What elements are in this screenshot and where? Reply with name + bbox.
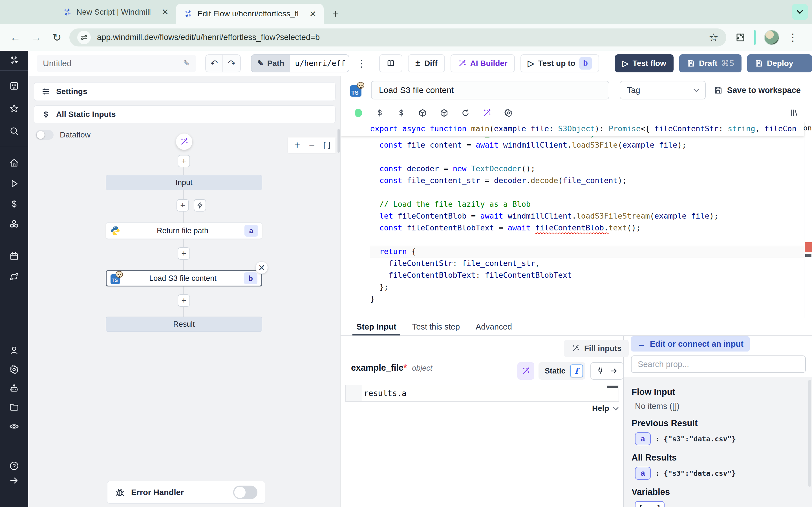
sidebar-item-help[interactable] — [0, 461, 28, 471]
error-handler-card[interactable]: Error Handler — [107, 481, 265, 504]
tab-search-button[interactable] — [792, 4, 808, 20]
new-tab-button[interactable]: + — [327, 6, 343, 22]
ai-builder-button[interactable]: AI Builder — [451, 54, 515, 72]
sidebar-item-search[interactable] — [0, 126, 28, 136]
address-bar[interactable]: app.windmill.dev/flows/edit/u/henri/effo… — [69, 29, 726, 47]
flow-panel-scrollbar[interactable] — [338, 129, 340, 153]
test-flow-button[interactable]: ▷ Test flow — [615, 54, 673, 72]
sidebar-item-users[interactable] — [0, 345, 28, 355]
sidebar-item-settings[interactable] — [0, 364, 28, 375]
variables-badge[interactable]: {...} — [635, 501, 665, 507]
forward-icon[interactable]: → — [28, 31, 45, 43]
input-mode-toggle[interactable]: Static f — [539, 362, 585, 380]
save-to-workspace-button[interactable]: Save to workspace — [714, 86, 801, 95]
code-editor[interactable]: // Load the entire file_content as a Uin… — [341, 122, 812, 318]
flow-settings-button[interactable]: Settings — [34, 82, 336, 101]
sidebar-item-favorites[interactable] — [0, 103, 28, 114]
sidebar-item-audit[interactable] — [0, 421, 28, 432]
tab-advanced[interactable]: Advanced — [476, 318, 512, 335]
browser-tab-inactive[interactable]: New Script | Windmill ✕ — [55, 0, 176, 24]
extensions-puzzle-icon[interactable] — [735, 33, 746, 43]
editor-settings-gear-icon[interactable] — [502, 108, 515, 117]
tag-select[interactable]: Tag — [620, 81, 706, 100]
prop-picker-scrollbar[interactable] — [808, 380, 811, 487]
tab-close-icon[interactable]: ✕ — [161, 7, 168, 17]
help-dropdown[interactable]: Help — [592, 404, 618, 413]
add-step-button[interactable]: + — [176, 199, 189, 212]
all-static-inputs-button[interactable]: All Static Inputs — [34, 105, 336, 123]
url-text[interactable]: app.windmill.dev/flows/edit/u/henri/effo… — [97, 33, 703, 42]
field-ai-wand-button[interactable] — [517, 362, 534, 380]
add-step-button[interactable]: + — [177, 247, 190, 260]
sidebar-item-runs[interactable] — [0, 179, 28, 189]
site-settings-icon[interactable] — [77, 31, 91, 44]
package-icon[interactable] — [438, 108, 451, 117]
flow-input-node[interactable]: Input — [106, 175, 262, 190]
scrollbar-thumb[interactable] — [805, 254, 811, 257]
step-node-a[interactable]: Return file path a — [106, 223, 262, 239]
browser-tab-active[interactable]: Edit Flow u/henri/effortless_fl ✕ — [176, 4, 324, 24]
fit-view-icon[interactable]: ⌈ ⌋ — [320, 140, 333, 150]
sidebar-item-workspace[interactable] — [0, 81, 28, 91]
docs-button[interactable] — [379, 54, 402, 72]
all-results-row[interactable]: a : {"s3":"data.csv"} — [635, 467, 812, 480]
step-node-b-selected[interactable]: TS Load S3 file content b — [106, 270, 262, 286]
test-up-to-button[interactable]: ▷ Test up to b — [520, 54, 599, 72]
tab-step-input[interactable]: Step Input — [356, 318, 396, 335]
undo-button[interactable]: ↶ — [206, 55, 223, 72]
sidebar-collapse-button[interactable] — [0, 475, 28, 486]
add-variable-icon[interactable] — [373, 108, 386, 117]
code-scrollbar[interactable] — [804, 122, 812, 318]
expression-value[interactable]: results.a — [362, 385, 619, 401]
sidebar-item-flows[interactable] — [0, 272, 28, 282]
search-prop-input[interactable]: Search prop... — [631, 355, 806, 373]
result-key-badge[interactable]: a — [635, 467, 651, 480]
tab-test-this-step[interactable]: Test this step — [412, 318, 460, 335]
tab-close-icon[interactable]: ✕ — [309, 9, 316, 19]
javascript-expression-icon[interactable]: f — [570, 364, 583, 378]
connect-input-button[interactable] — [591, 362, 624, 380]
dataflow-toggle[interactable] — [36, 130, 54, 140]
flow-result-node[interactable]: Result — [106, 317, 262, 332]
ai-assist-wand-icon[interactable] — [480, 108, 493, 117]
reload-icon[interactable]: ↻ — [49, 31, 65, 44]
diff-button[interactable]: ± Diff — [408, 54, 445, 72]
error-handler-toggle[interactable] — [233, 486, 257, 499]
step-name-input[interactable]: Load S3 file content — [371, 81, 609, 100]
flow-name-box[interactable]: Untitled ✎ — [37, 55, 196, 72]
sidebar-item-resources[interactable] — [0, 219, 28, 229]
profile-avatar[interactable] — [764, 30, 779, 45]
add-trigger-button[interactable] — [194, 199, 206, 212]
add-step-top-button[interactable]: + — [177, 155, 190, 167]
deploy-button[interactable]: Deploy — [747, 54, 812, 72]
sidebar-item-variables[interactable] — [0, 199, 28, 209]
add-step-button[interactable]: + — [177, 294, 190, 307]
package-icon[interactable] — [416, 108, 429, 117]
browser-menu-icon[interactable]: ⋮ — [788, 32, 798, 43]
remove-step-button[interactable]: ✕ — [255, 262, 268, 274]
variables-row[interactable]: {...} — [635, 501, 812, 507]
draft-button[interactable]: Draft ⌘S — [679, 54, 742, 72]
sidebar-item-home[interactable] — [0, 158, 28, 168]
edit-or-connect-button[interactable]: ← Edit or connect an input — [631, 336, 750, 351]
back-icon[interactable]: ← — [7, 31, 24, 43]
fill-inputs-button[interactable]: Fill inputs — [564, 340, 629, 357]
path-group[interactable]: ✎Path u/henri/eff — [251, 54, 349, 72]
result-key-badge[interactable]: a — [635, 432, 651, 445]
windmill-logo[interactable] — [0, 55, 28, 65]
redo-button[interactable]: ↷ — [223, 55, 240, 72]
sidebar-item-workers[interactable] — [0, 384, 28, 394]
sidebar-item-folders[interactable] — [0, 402, 28, 412]
ai-flow-wand-button[interactable] — [176, 133, 192, 150]
expression-editor[interactable]: results.a — [345, 385, 619, 402]
toolbar-more-icon[interactable]: ⋮ — [349, 58, 373, 69]
add-resource-icon[interactable] — [395, 108, 408, 117]
zoom-out-button[interactable]: − — [306, 139, 318, 151]
sidebar-item-schedules[interactable] — [0, 251, 28, 262]
edit-pencil-icon[interactable]: ✎ — [183, 58, 190, 68]
previous-result-row[interactable]: a : {"s3":"data.csv"} — [635, 432, 812, 445]
reload-icon[interactable] — [459, 108, 472, 117]
bookmark-star-icon[interactable]: ☆ — [709, 31, 718, 44]
library-icon[interactable] — [788, 108, 801, 117]
zoom-in-button[interactable]: + — [291, 139, 303, 151]
